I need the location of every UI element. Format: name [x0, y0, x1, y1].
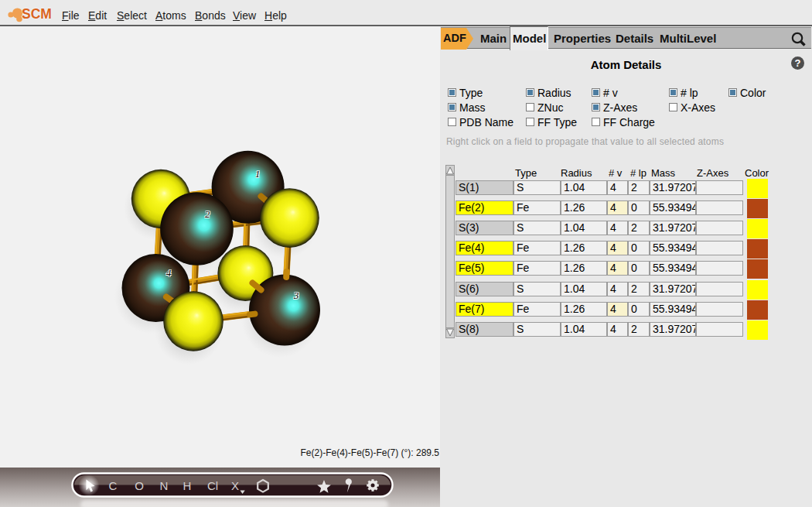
svg-text:N: N: [160, 479, 169, 492]
svg-text:C: C: [109, 479, 118, 492]
svg-text:3: 3: [293, 290, 299, 301]
svg-text:O: O: [135, 479, 144, 492]
svg-text:Cl: Cl: [207, 479, 218, 492]
svg-text:X: X: [231, 479, 239, 492]
svg-text:H: H: [183, 479, 192, 492]
svg-text:1: 1: [255, 169, 260, 180]
svg-text:2: 2: [205, 209, 210, 220]
svg-text:4: 4: [166, 268, 171, 279]
